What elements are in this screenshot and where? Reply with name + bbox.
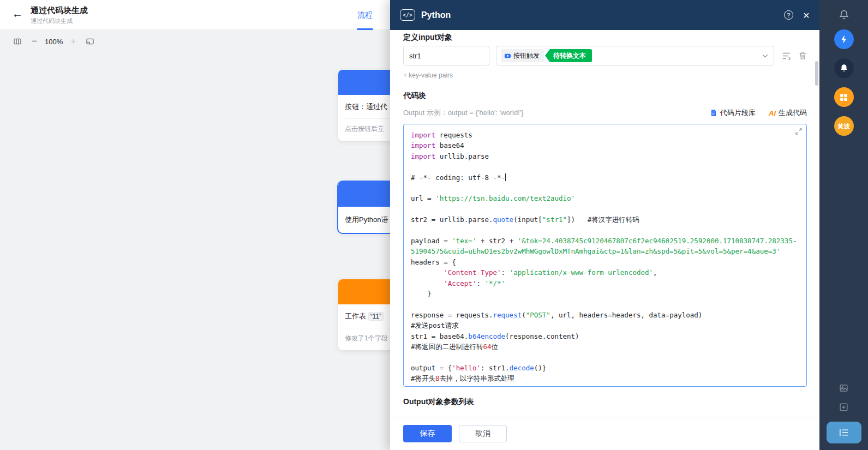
section-input-title: 定义input对象 — [403, 33, 807, 43]
trigger-tag-label: 按钮触发 — [513, 51, 540, 61]
minimap-icon[interactable] — [13, 37, 22, 46]
page-title-block: 通过代码块生成 通过代码块生成 — [31, 5, 88, 25]
code-editor[interactable]: import requestsimport base64import urlli… — [403, 124, 807, 387]
output-example-hint: Output 示例：output = {'hello': 'world!'} — [403, 108, 524, 118]
button-trigger-icon — [504, 52, 511, 59]
trigger-tag[interactable]: 按钮触发 — [501, 49, 544, 62]
add-key-value-link[interactable]: + key-value pairs — [403, 71, 453, 79]
input-value-field[interactable]: 按钮触发 待转换文本 — [496, 46, 774, 65]
notification-bell-icon[interactable] — [839, 9, 849, 20]
page-title: 通过代码块生成 — [31, 5, 88, 15]
node-title-prefix: 工作表 — [345, 312, 366, 320]
snippet-library-link[interactable]: 代码片段库 — [710, 108, 756, 118]
input-kv-row: 按钮触发 待转换文本 — [403, 46, 807, 65]
modal-header: </> Python ? × — [390, 0, 819, 30]
user-avatar[interactable]: 黄波 — [834, 116, 854, 136]
expression-list-icon[interactable] — [782, 52, 791, 60]
cancel-button[interactable]: 取消 — [459, 425, 507, 442]
variable-tag[interactable]: 待转换文本 — [545, 49, 592, 62]
section-output-title: Output对象参数列表 — [403, 397, 807, 407]
help-icon[interactable]: ? — [784, 10, 793, 20]
modal-scrollbar[interactable] — [815, 61, 818, 86]
modal-content: 定义input对象 按钮触发 待转换文本 — [390, 30, 819, 417]
expand-editor-icon[interactable] — [795, 128, 803, 135]
close-icon[interactable]: × — [803, 10, 810, 20]
worksheet-name-chip: “11” — [368, 312, 384, 321]
add-plus-icon[interactable] — [839, 403, 848, 412]
tab-flow[interactable]: 流程 — [356, 0, 374, 30]
canvas-toolbar: − 100% + — [13, 37, 94, 46]
modal-title: Python — [421, 10, 451, 20]
zoom-level: 100% — [45, 38, 63, 46]
code-tools: 代码片段库 AI 生成代码 — [710, 108, 807, 118]
snippet-library-label: 代码片段库 — [720, 108, 756, 118]
right-sidebar: 黄波 — [819, 0, 868, 450]
chevron-down-icon[interactable] — [762, 54, 768, 58]
section-code-title: 代码块 — [403, 91, 807, 101]
fit-view-icon[interactable] — [86, 37, 94, 46]
input-key-field[interactable] — [403, 46, 489, 65]
image-icon[interactable] — [839, 383, 848, 393]
back-button[interactable]: ← — [12, 8, 23, 20]
ai-generate-label: 生成代码 — [779, 108, 807, 118]
apps-grid-icon[interactable] — [834, 87, 854, 107]
ai-generate-link[interactable]: AI 生成代码 — [769, 108, 807, 118]
alerts-bell-icon[interactable] — [834, 58, 854, 78]
python-code-modal: </> Python ? × 定义input对象 按钮触发 待转换文本 — [390, 0, 819, 450]
code-content[interactable]: import requestsimport base64import urlli… — [411, 130, 799, 384]
code-block-icon: </> — [400, 9, 415, 21]
modal-footer: 保存 取消 — [390, 417, 819, 450]
code-hint-row: Output 示例：output = {'hello': 'world!'} 代… — [403, 108, 807, 118]
zoom-out-button[interactable]: − — [32, 37, 37, 46]
save-button[interactable]: 保存 — [403, 425, 452, 442]
toolbar-list-button[interactable] — [827, 422, 861, 443]
zoom-in-button[interactable]: + — [70, 37, 76, 46]
page-subtitle: 通过代码块生成 — [31, 17, 88, 25]
document-icon — [710, 109, 717, 117]
automation-flash-icon[interactable] — [834, 29, 854, 49]
trash-icon[interactable] — [799, 51, 807, 60]
ai-icon: AI — [769, 109, 776, 117]
